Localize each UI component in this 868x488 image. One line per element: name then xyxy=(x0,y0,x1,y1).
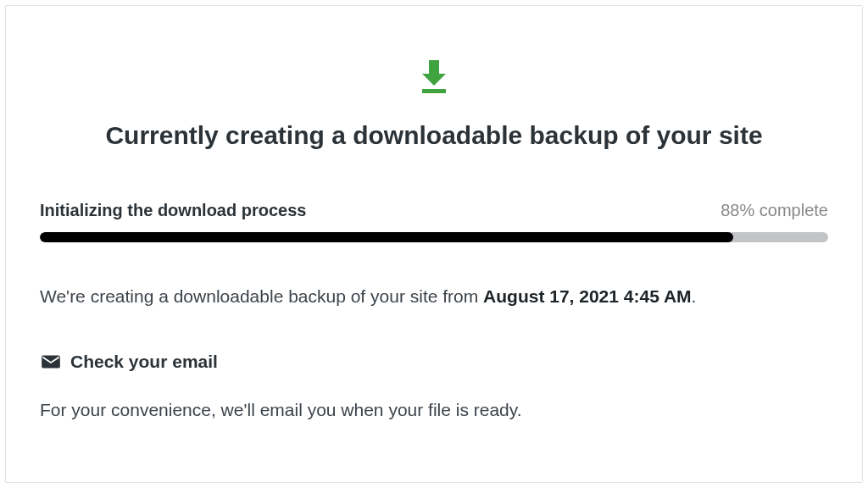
desc-timestamp: August 17, 2021 4:45 AM xyxy=(483,286,691,306)
check-email-heading: Check your email xyxy=(70,352,218,372)
desc-suffix: . xyxy=(692,286,697,306)
progress-header: Initializing the download process 88% co… xyxy=(40,201,828,220)
page-title: Currently creating a downloadable backup… xyxy=(40,121,828,150)
progress-bar-fill xyxy=(40,232,733,242)
backup-progress-card: Currently creating a downloadable backup… xyxy=(5,5,863,483)
svg-rect-0 xyxy=(429,60,439,74)
email-note: For your convenience, we'll email you wh… xyxy=(40,396,828,424)
progress-status-label: Initializing the download process xyxy=(40,201,306,220)
svg-rect-3 xyxy=(42,355,60,368)
backup-description: We're creating a downloadable backup of … xyxy=(40,283,828,310)
svg-marker-1 xyxy=(422,74,446,86)
progress-bar xyxy=(40,232,828,242)
check-email-row: Check your email xyxy=(40,351,828,373)
download-icon-wrap xyxy=(40,57,828,97)
svg-rect-2 xyxy=(422,89,446,93)
download-icon xyxy=(414,57,454,97)
progress-percent-text: 88% complete xyxy=(721,201,828,220)
mail-icon xyxy=(40,351,62,373)
desc-prefix: We're creating a downloadable backup of … xyxy=(40,286,483,306)
